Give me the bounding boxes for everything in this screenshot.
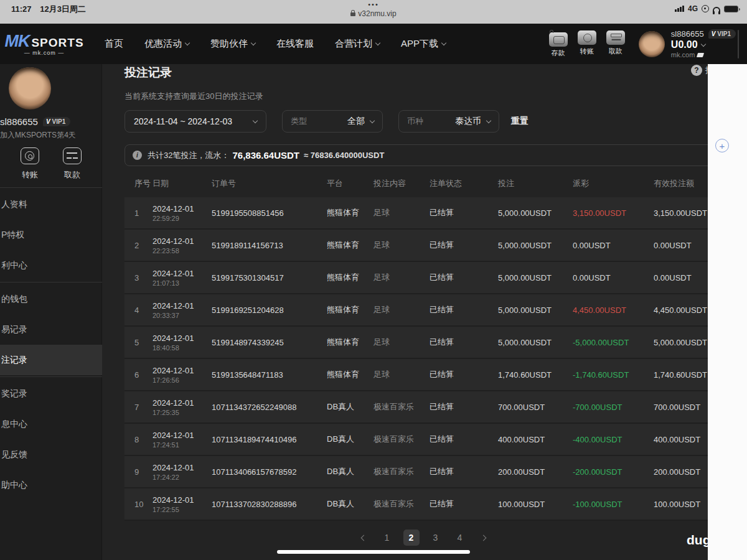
sidebar-quick-actions: 转账取款 <box>0 147 102 180</box>
nav-item-label: 在线客服 <box>276 38 314 50</box>
sidebar-item-0-1[interactable]: P特权 <box>0 220 102 250</box>
cell-date: 2024-12-0122:59:29 <box>153 204 212 222</box>
cell-bet-amount: 100.00USDT <box>498 500 573 509</box>
sidebar-item-1-2[interactable]: 注记录 <box>0 345 102 375</box>
deposit-button[interactable]: 存款 <box>549 30 568 58</box>
nav-item-3[interactable]: 在线客服 <box>276 38 314 50</box>
balance-dropdown[interactable]: U0.00 <box>671 39 736 50</box>
page-button-1[interactable]: 1 <box>379 530 395 546</box>
logo-mk: MK <box>4 32 29 51</box>
annotation-plus-icon[interactable]: + <box>715 139 729 152</box>
prev-page-button[interactable] <box>355 530 371 546</box>
user-avatar[interactable] <box>639 31 665 57</box>
nav-item-label: APP下载 <box>401 38 438 50</box>
nav-item-2[interactable]: 赞助伙伴 <box>210 38 255 50</box>
cell-date: 2024-12-0117:22:55 <box>153 495 212 513</box>
action-label: 转账 <box>22 169 38 180</box>
summary-bar: i 共计32笔投注，流水： 76,836.64USDT ≈ 76836.6400… <box>125 144 722 166</box>
chevron-down-icon <box>251 40 256 45</box>
nav-menu: 首页优惠活动赞助伙伴在线客服合营计划APP下载 <box>105 38 446 50</box>
help-icon[interactable]: ? <box>691 65 702 76</box>
table-row: 42024-12-0120:33:375199169251204628熊猫体育足… <box>125 294 747 327</box>
cell-bet-content: 足球 <box>374 240 430 251</box>
sidebar-withdraw-button[interactable]: 取款 <box>63 147 82 180</box>
balance-value: U0.00 <box>671 39 698 50</box>
logo-sports: SPORTS <box>31 36 83 50</box>
sidebar-item-2-1[interactable]: 息中心 <box>0 409 102 439</box>
cell-bet-amount: 5,000.00USDT <box>498 208 573 218</box>
nav-item-label: 合营计划 <box>335 38 372 50</box>
currency-value: 泰达币 <box>455 116 481 127</box>
type-label: 类型 <box>291 116 307 127</box>
divider <box>0 376 102 377</box>
home-indicator[interactable] <box>277 550 470 554</box>
date-value: 2024-12-01 <box>153 366 212 375</box>
withdraw-button[interactable]: 取款 <box>606 30 625 58</box>
chevron-down-icon <box>486 118 491 123</box>
sidebar-transfer-button[interactable]: 转账 <box>21 147 39 180</box>
nav-item-0[interactable]: 首页 <box>105 38 123 50</box>
cell-order-number: 5199175301304517 <box>212 273 327 282</box>
tab-dots-icon[interactable]: ••• <box>0 1 747 7</box>
chevron-down-icon <box>700 41 705 46</box>
sidebar-item-1-0[interactable]: 的钱包 <box>0 284 102 314</box>
watermark: dug <box>687 533 710 548</box>
date-range-picker[interactable]: 2024-11-04 ~ 2024-12-03 <box>125 110 266 133</box>
currency-select[interactable]: 币种 泰达币 <box>398 110 499 133</box>
cell-status: 已结算 <box>430 304 498 315</box>
page-button-2[interactable]: 2 <box>403 530 420 546</box>
sidebar-item-2-0[interactable]: 奖记录 <box>0 378 102 409</box>
nav-item-5[interactable]: APP下载 <box>401 38 446 50</box>
cell-payout: -400.00USDT <box>573 435 654 444</box>
cell-order-number: 1071133702830288896 <box>212 500 327 509</box>
chevron-down-icon <box>370 118 375 123</box>
cell-index: 9 <box>125 467 153 477</box>
time-value: 22:23:58 <box>153 247 212 254</box>
site-logo[interactable]: MK SPORTS — mk.com — <box>7 32 81 56</box>
cell-status: 已结算 <box>430 434 498 445</box>
top-navbar: MK SPORTS — mk.com — 首页优惠活动赞助伙伴在线客服合营计划A… <box>0 24 747 64</box>
status-bar: 11:27 12月3日周二 ••• v32nmu.vip 4G <box>0 0 747 24</box>
date-value: 2024-12-01 <box>153 334 212 343</box>
cell-status: 已结算 <box>430 207 498 218</box>
type-select[interactable]: 类型 全部 <box>282 110 383 133</box>
time-value: 17:22:55 <box>153 506 212 513</box>
next-page-button[interactable] <box>476 530 492 546</box>
cell-bet-amount: 700.00USDT <box>498 403 573 412</box>
reset-button[interactable]: 重置 <box>511 116 529 127</box>
chevron-down-icon <box>185 40 190 45</box>
column-header: 序号 <box>125 178 153 189</box>
cell-order-number: 1071134066157678592 <box>212 467 327 477</box>
sidebar-item-0-0[interactable]: 人资料 <box>0 189 102 220</box>
cell-bet-content: 足球 <box>374 369 430 380</box>
table-row: 52024-12-0118:40:585199148974339245熊猫体育足… <box>125 327 747 359</box>
cell-bet-content: 足球 <box>374 272 430 283</box>
page-button-4[interactable]: 4 <box>452 530 468 546</box>
cell-order-number: 5199169251204628 <box>212 306 327 315</box>
date-value: 2024-12-01 <box>153 301 212 310</box>
sidebar-item-2-2[interactable]: 见反馈 <box>0 439 102 470</box>
cell-payout: -1,740.60USDT <box>573 370 654 380</box>
transfer-button[interactable]: 转账 <box>578 30 596 58</box>
filter-bar: 2024-11-04 ~ 2024-12-03 类型 全部 币种 泰达币 重置 <box>125 110 747 133</box>
scrollbar[interactable] <box>738 30 739 58</box>
lock-icon <box>350 12 355 16</box>
page-button-3[interactable]: 3 <box>428 530 444 546</box>
address-bar[interactable]: v32nmu.vip <box>350 9 396 18</box>
nav-item-1[interactable]: 优惠活动 <box>144 38 189 50</box>
sidebar-item-0-2[interactable]: 利中心 <box>0 250 102 281</box>
cell-bet-amount: 1,740.60USDT <box>498 370 573 380</box>
date-range-value: 2024-11-04 ~ 2024-12-03 <box>134 116 232 126</box>
cell-payout: -200.00USDT <box>573 467 654 477</box>
cell-platform: 熊猫体育 <box>327 304 374 315</box>
time-value: 20:33:37 <box>153 312 212 319</box>
chevron-right-icon <box>480 534 486 541</box>
divider <box>0 282 102 282</box>
nav-item-4[interactable]: 合营计划 <box>335 38 380 50</box>
sidebar-item-2-3[interactable]: 助中心 <box>0 470 102 500</box>
profile-avatar[interactable] <box>9 67 51 110</box>
chevron-down-icon <box>375 40 380 45</box>
sidebar-item-1-1[interactable]: 易记录 <box>0 314 102 345</box>
profile-username: sl886655 <box>0 116 38 127</box>
cell-platform: DB真人 <box>327 498 374 510</box>
